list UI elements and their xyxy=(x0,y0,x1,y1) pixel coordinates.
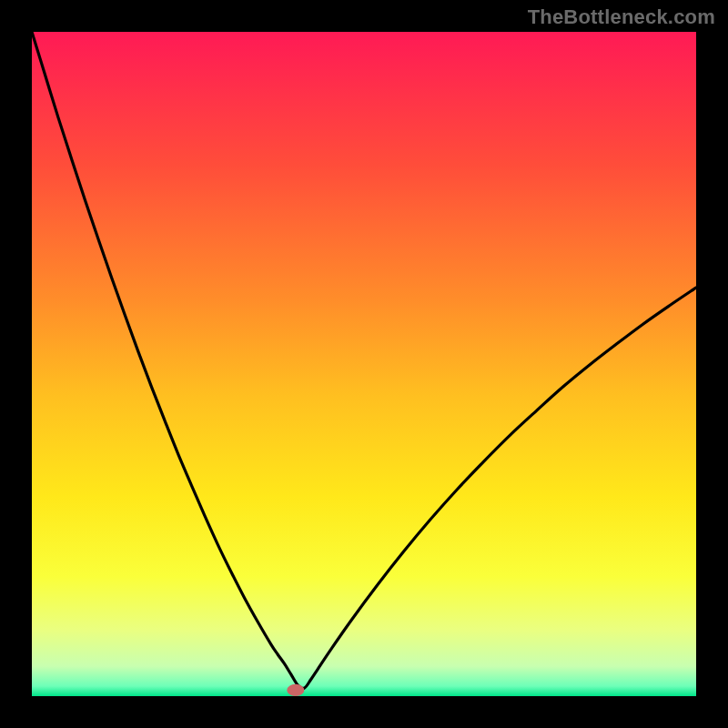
plot-background xyxy=(32,32,696,696)
bottleneck-plot xyxy=(32,32,696,696)
optimum-marker xyxy=(287,684,304,696)
stage: TheBottleneck.com xyxy=(0,0,728,728)
plot-svg xyxy=(32,32,696,696)
watermark-text: TheBottleneck.com xyxy=(528,5,715,29)
